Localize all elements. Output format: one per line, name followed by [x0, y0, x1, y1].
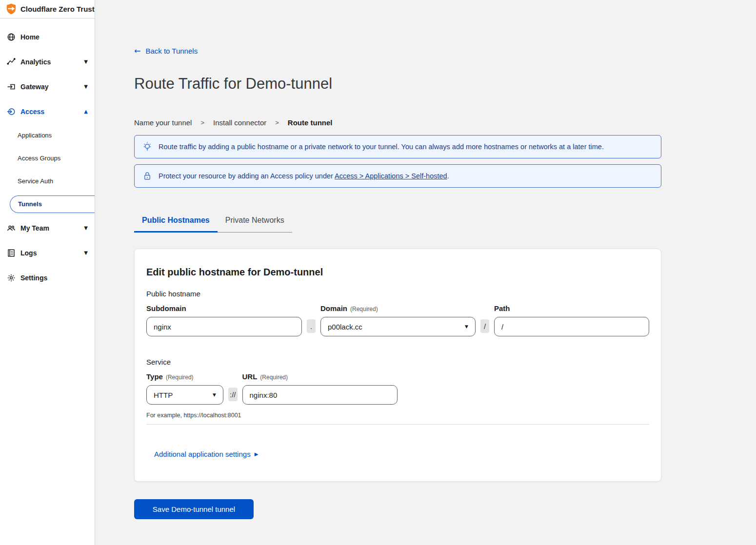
save-tunnel-button[interactable]: Save Demo-tunnel tunnel [134, 499, 254, 519]
sidebar-item-label: My Team [20, 224, 49, 232]
sidebar-item-my-team[interactable]: My Team ▼ [0, 215, 95, 240]
domain-required-hint: (Required) [350, 306, 378, 312]
service-url-input[interactable] [242, 385, 398, 405]
gateway-icon [7, 82, 16, 91]
url-example-hint: For example, https://localhost:8001 [146, 412, 649, 419]
select-caret-icon: ▼ [465, 324, 468, 329]
hostname-tabs: Public Hostnames Private Networks [134, 216, 661, 233]
chevron-down-icon[interactable]: ▼ [84, 250, 88, 255]
subdomain-label: Subdomain [146, 304, 302, 312]
service-type-select[interactable]: HTTP ▼ [146, 385, 223, 405]
banner-text-prefix: Protect your resource by adding an Acces… [159, 172, 335, 180]
chevron-down-icon[interactable]: ▼ [84, 84, 88, 89]
url-required-hint: (Required) [260, 374, 288, 381]
type-selected-value: HTTP [154, 391, 173, 399]
path-input[interactable] [494, 317, 649, 336]
sidebar-item-gateway[interactable]: Gateway ▼ [0, 74, 95, 99]
lock-icon [142, 171, 152, 181]
chevron-down-icon[interactable]: ▼ [84, 225, 88, 231]
step-name-your-tunnel[interactable]: Name your tunnel [134, 118, 192, 127]
additional-settings-label: Additional application settings [154, 450, 251, 458]
back-to-tunnels-link[interactable]: ← Back to Tunnels [134, 46, 198, 56]
sidebar-item-logs[interactable]: Logs ▼ [0, 240, 95, 265]
chevron-down-icon[interactable]: ▼ [84, 59, 88, 64]
info-banner-protect-resource: Protect your resource by adding an Acces… [134, 164, 661, 188]
analytics-icon [7, 58, 16, 66]
sub-item-label: Access Groups [18, 155, 60, 162]
page-title: Route Traffic for Demo-tunnel [134, 75, 661, 93]
banner-text: Protect your resource by adding an Acces… [159, 172, 449, 180]
access-applications-self-hosted-link[interactable]: Access > Applications > Self-hosted [335, 172, 447, 180]
gear-icon [7, 273, 16, 282]
lightbulb-icon [142, 141, 152, 152]
team-icon [7, 224, 16, 233]
main-content: ← Back to Tunnels Route Traffic for Demo… [95, 0, 756, 545]
sidebar-item-label: Home [20, 33, 40, 41]
path-label: Path [494, 304, 649, 312]
subdomain-input[interactable] [146, 317, 302, 336]
sidebar-item-access[interactable]: Access ▲ [0, 99, 95, 124]
sub-item-label: Tunnels [18, 200, 42, 208]
subdomain-field-group: Subdomain [146, 304, 302, 336]
tunnels-selected-pill[interactable]: Tunnels [10, 195, 95, 213]
sidebar-item-analytics[interactable]: Analytics ▼ [0, 49, 95, 74]
card-heading: Edit public hostname for Demo-tunnel [146, 267, 649, 278]
sidebar-item-access-groups[interactable]: Access Groups [0, 147, 95, 170]
domain-label: Domain(Required) [320, 304, 476, 312]
dot-separator: . [307, 319, 316, 333]
scheme-separator: :// [228, 388, 238, 401]
select-caret-icon: ▼ [213, 392, 216, 397]
edit-hostname-card: Edit public hostname for Demo-tunnel Pub… [134, 249, 661, 482]
app-title: Cloudflare Zero Trust [20, 5, 95, 13]
path-field-group: Path [494, 304, 649, 336]
logo-row: Cloudflare Zero Trust [0, 0, 95, 19]
globe-icon [7, 33, 16, 41]
sub-item-label: Service Auth [18, 177, 53, 185]
slash-separator: / [480, 319, 489, 333]
domain-field-group: Domain(Required) p00lack.cc ▼ [320, 304, 476, 336]
hostname-field-row: Subdomain . Domain(Required) p00lack.cc … [146, 304, 649, 336]
wizard-steps: Name your tunnel > Install connector > R… [134, 118, 661, 127]
step-install-connector[interactable]: Install connector [213, 118, 266, 127]
tab-private-networks[interactable]: Private Networks [218, 216, 292, 233]
service-section-label: Service [146, 358, 649, 366]
card-divider [146, 424, 649, 425]
type-required-hint: (Required) [166, 374, 194, 381]
sidebar: Cloudflare Zero Trust Home Analytics ▼ [0, 0, 95, 545]
sidebar-item-tunnels[interactable]: Tunnels [0, 193, 95, 215]
triangle-right-icon: ▶ [255, 451, 259, 457]
info-banner-route-traffic: Route traffic by adding a public hostnam… [134, 135, 661, 158]
chevron-up-icon[interactable]: ▲ [84, 109, 88, 114]
sidebar-item-settings[interactable]: Settings [0, 265, 95, 290]
sidebar-item-applications[interactable]: Applications [0, 124, 95, 147]
sidebar-item-home[interactable]: Home [0, 24, 95, 49]
sidebar-item-label: Settings [20, 274, 47, 282]
url-label: URL(Required) [242, 372, 398, 381]
sidebar-item-label: Access [20, 108, 44, 116]
step-route-tunnel: Route tunnel [288, 118, 333, 127]
public-hostname-section-label: Public hostname [146, 290, 649, 298]
type-label: Type(Required) [146, 372, 223, 381]
additional-application-settings-link[interactable]: Additional application settings ▶ [154, 450, 258, 458]
arrow-left-icon: ← [134, 46, 140, 56]
step-separator: > [275, 119, 279, 126]
step-separator: > [200, 119, 204, 126]
tab-public-hostnames[interactable]: Public Hostnames [134, 216, 218, 233]
domain-select[interactable]: p00lack.cc ▼ [320, 317, 476, 336]
back-link-label: Back to Tunnels [145, 47, 198, 55]
logs-icon [7, 249, 16, 257]
banner-text-suffix: . [447, 172, 449, 180]
type-field-group: Type(Required) HTTP ▼ [146, 372, 223, 405]
access-icon [7, 107, 16, 116]
domain-label-text: Domain [320, 304, 347, 312]
sidebar-item-label: Analytics [20, 58, 51, 66]
service-field-row: Type(Required) HTTP ▼ :// URL(Required) [146, 372, 649, 405]
banner-text: Route traffic by adding a public hostnam… [159, 143, 604, 151]
sidebar-item-service-auth[interactable]: Service Auth [0, 170, 95, 193]
sidebar-nav: Home Analytics ▼ Gateway ▼ [0, 19, 95, 290]
type-label-text: Type [146, 372, 163, 381]
cloudflare-shield-icon [6, 3, 17, 15]
sidebar-item-label: Logs [20, 249, 37, 257]
sub-item-label: Applications [18, 132, 52, 139]
url-field-group: URL(Required) [242, 372, 398, 405]
